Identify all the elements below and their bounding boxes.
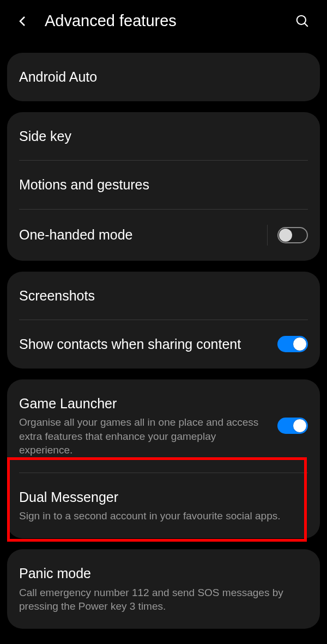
toggle-show-contacts[interactable] xyxy=(277,336,308,352)
row-title: Dual Messenger xyxy=(19,488,308,506)
toggle-one-handed[interactable] xyxy=(277,227,308,243)
back-icon[interactable] xyxy=(16,15,29,28)
row-panic-mode[interactable]: Panic mode Call emergency number 112 and… xyxy=(7,549,320,629)
search-icon[interactable] xyxy=(295,14,310,28)
svg-point-0 xyxy=(297,15,306,24)
divider xyxy=(267,225,268,246)
row-desc: Call emergency number 112 and send SOS m… xyxy=(19,586,308,614)
row-dual-messenger[interactable]: Dual Messenger Sign in to a second accou… xyxy=(7,473,320,538)
page-title: Advanced features xyxy=(45,12,295,30)
group-sharing: Screenshots Show contacts when sharing c… xyxy=(7,272,320,369)
toggle-game-launcher[interactable] xyxy=(277,418,308,434)
row-one-handed-mode[interactable]: One-handed mode xyxy=(7,210,320,261)
group-panic: Panic mode Call emergency number 112 and… xyxy=(7,549,320,629)
row-game-launcher[interactable]: Game Launcher Organise all your games al… xyxy=(7,379,320,473)
header: Advanced features xyxy=(0,0,327,42)
row-desc: Sign in to a second account in your favo… xyxy=(19,509,308,523)
row-title: Motions and gestures xyxy=(19,176,308,194)
group-android-auto: Android Auto xyxy=(7,53,320,101)
group-apps: Game Launcher Organise all your games al… xyxy=(7,379,320,539)
row-title: One-handed mode xyxy=(19,226,267,244)
group-controls: Side key Motions and gestures One-handed… xyxy=(7,112,320,261)
row-side-key[interactable]: Side key xyxy=(7,112,320,161)
row-title: Panic mode xyxy=(19,565,308,582)
row-show-contacts[interactable]: Show contacts when sharing content xyxy=(7,320,320,369)
row-screenshots[interactable]: Screenshots xyxy=(7,272,320,320)
row-title: Game Launcher xyxy=(19,395,268,413)
row-title: Side key xyxy=(19,127,308,145)
row-title: Android Auto xyxy=(19,68,308,86)
row-title: Screenshots xyxy=(19,287,308,305)
row-android-auto[interactable]: Android Auto xyxy=(7,53,320,101)
row-title: Show contacts when sharing content xyxy=(19,335,277,353)
row-motions-gestures[interactable]: Motions and gestures xyxy=(7,161,320,209)
row-desc: Organise all your games all in one place… xyxy=(19,415,268,457)
